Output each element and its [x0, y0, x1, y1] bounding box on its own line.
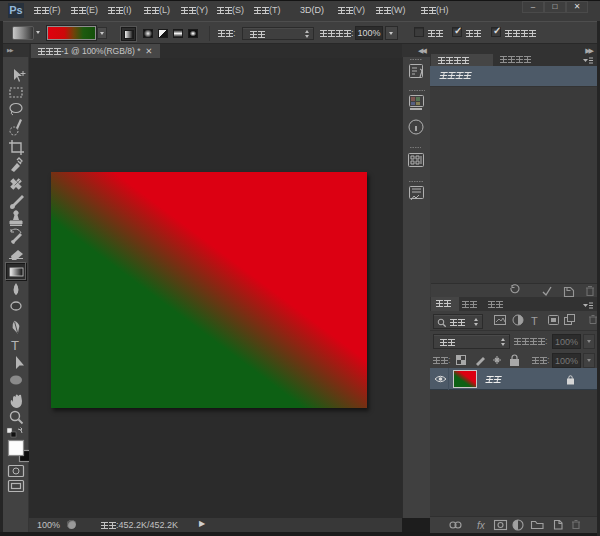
- svg-text:fx: fx: [477, 520, 486, 531]
- svg-text:T: T: [11, 338, 19, 353]
- svg-text:T: T: [531, 315, 538, 327]
